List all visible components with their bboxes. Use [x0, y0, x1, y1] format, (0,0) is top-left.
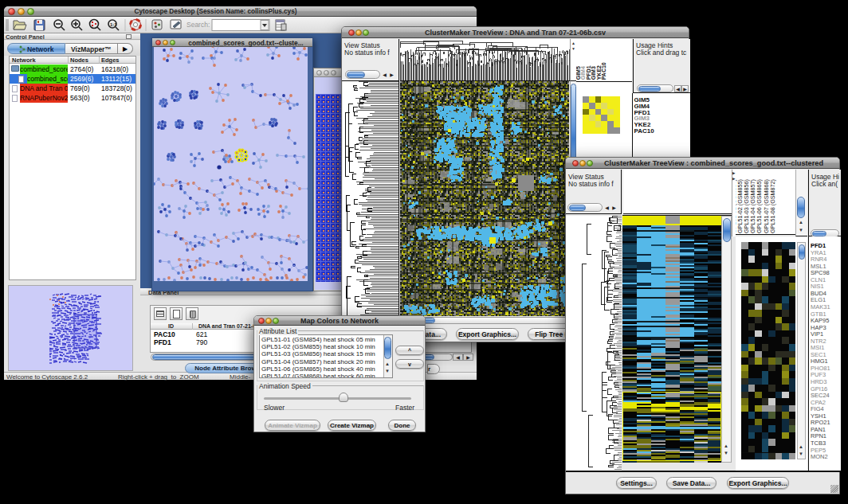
svg-text:Search:: Search:	[186, 21, 210, 29]
svg-text:1:1: 1:1	[110, 22, 117, 27]
